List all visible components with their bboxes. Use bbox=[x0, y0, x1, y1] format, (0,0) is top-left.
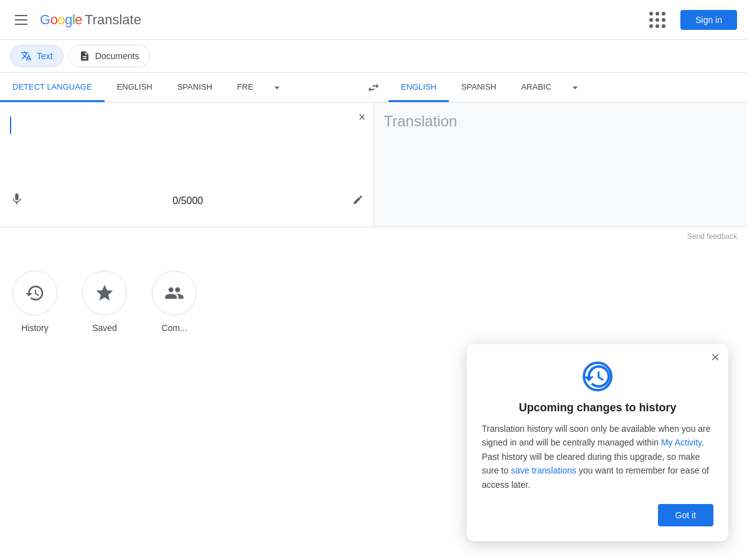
history-icon bbox=[25, 283, 45, 303]
pencil-icon bbox=[352, 194, 364, 205]
sign-in-button[interactable]: Sign in bbox=[680, 10, 737, 30]
header-left: Google Translate bbox=[10, 10, 141, 30]
lang-tab-french-left[interactable]: FRE bbox=[225, 73, 266, 102]
mic-icon bbox=[10, 192, 24, 206]
saved-icon-circle bbox=[82, 271, 127, 315]
document-icon bbox=[79, 50, 90, 62]
lang-bar-left: DETECT LANGUAGE ENGLISH SPANISH FRE bbox=[0, 73, 359, 102]
close-icon bbox=[710, 352, 721, 358]
lang-tab-english-right[interactable]: ENGLISH bbox=[388, 73, 449, 102]
input-area[interactable] bbox=[10, 113, 364, 187]
pencil-button[interactable] bbox=[352, 194, 364, 208]
translation-placeholder: Translation bbox=[384, 113, 738, 130]
logo-translate-text: Translate bbox=[85, 12, 141, 28]
community-label: Com... bbox=[161, 323, 187, 333]
lang-tab-spanish-right[interactable]: SPANISH bbox=[449, 73, 509, 102]
char-count-text: 0/5000 bbox=[172, 195, 203, 206]
header: Google Translate Sign in bbox=[0, 0, 747, 40]
bottom-item-saved[interactable]: Saved bbox=[82, 271, 127, 333]
lang-tab-detect[interactable]: DETECT LANGUAGE bbox=[0, 73, 105, 102]
translate-icon bbox=[21, 50, 32, 62]
bottom-item-community[interactable]: Com... bbox=[152, 271, 197, 333]
translation-area: × 0/5000 Translation bbox=[0, 103, 747, 227]
lang-dropdown-right[interactable] bbox=[564, 73, 586, 102]
tab-documents[interactable]: Documents bbox=[68, 45, 150, 67]
mode-tabs: Text Documents bbox=[0, 40, 747, 73]
lang-tab-spanish-left[interactable]: SPANISH bbox=[165, 73, 225, 102]
bottom-item-history[interactable]: History bbox=[12, 271, 57, 333]
clear-input-button[interactable]: × bbox=[359, 110, 366, 124]
language-bar: DETECT LANGUAGE ENGLISH SPANISH FRE ENGL… bbox=[0, 73, 747, 103]
lang-tab-english-left[interactable]: ENGLISH bbox=[105, 73, 165, 102]
community-icon-circle bbox=[152, 271, 197, 315]
apps-grid-icon[interactable] bbox=[644, 7, 670, 33]
header-right: Sign in bbox=[644, 7, 737, 33]
saved-label: Saved bbox=[92, 323, 117, 333]
tab-text-label: Text bbox=[37, 51, 53, 61]
send-feedback-link[interactable]: Send feedback bbox=[687, 232, 737, 241]
input-pane: × 0/5000 bbox=[0, 103, 374, 226]
star-icon bbox=[95, 283, 115, 303]
output-pane: Translation bbox=[374, 103, 748, 226]
text-cursor bbox=[10, 116, 11, 134]
history-changes-dialog: Upcoming changes to history Translation … bbox=[467, 344, 728, 358]
history-icon-circle bbox=[12, 271, 57, 315]
dialog-close-button[interactable] bbox=[710, 352, 721, 358]
mic-button[interactable] bbox=[10, 192, 24, 209]
lang-dropdown-left[interactable] bbox=[266, 73, 288, 102]
lang-bar-right: ENGLISH SPANISH ARABIC bbox=[388, 73, 747, 102]
logo-google-text: Google bbox=[40, 12, 82, 28]
lang-tab-arabic-right[interactable]: ARABIC bbox=[509, 73, 563, 102]
community-icon bbox=[164, 283, 184, 303]
history-label: History bbox=[21, 323, 49, 333]
menu-icon[interactable] bbox=[10, 10, 32, 30]
bottom-section: History Saved Com... bbox=[0, 246, 747, 358]
input-footer: 0/5000 bbox=[10, 192, 364, 209]
logo[interactable]: Google Translate bbox=[40, 12, 141, 28]
char-count: 0/5000 bbox=[172, 195, 203, 207]
tab-text[interactable]: Text bbox=[10, 45, 63, 67]
feedback-bar: Send feedback bbox=[0, 227, 747, 246]
tab-documents-label: Documents bbox=[95, 51, 139, 61]
swap-languages-button[interactable] bbox=[359, 73, 388, 102]
